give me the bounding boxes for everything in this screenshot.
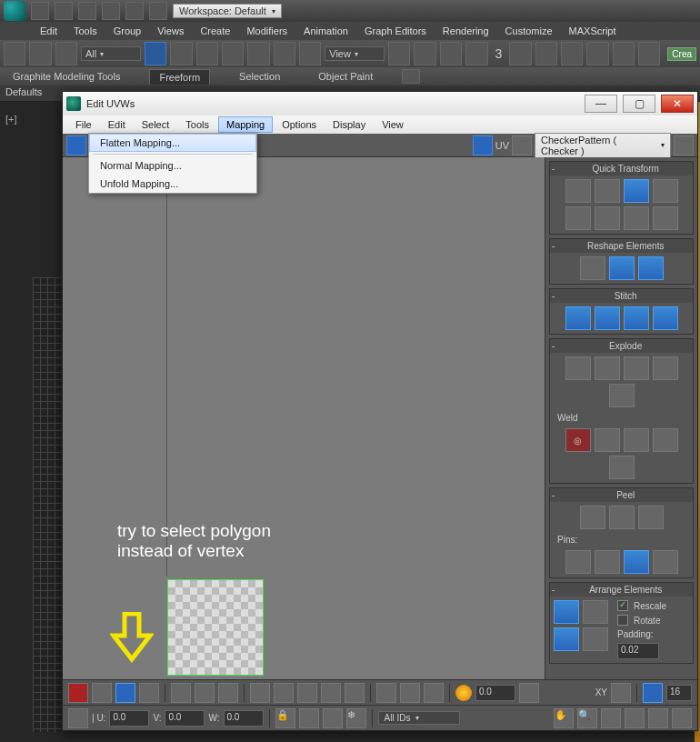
explode-button[interactable] <box>609 384 635 407</box>
filter-dropdown[interactable]: All <box>81 46 141 61</box>
qat-button[interactable] <box>78 2 96 20</box>
u-value[interactable]: 0.0 <box>109 710 149 727</box>
qat-button[interactable] <box>149 2 167 20</box>
pin-button[interactable] <box>653 550 678 574</box>
align-button[interactable] <box>250 683 270 703</box>
qt-button[interactable] <box>595 206 620 230</box>
brush-button[interactable] <box>400 683 420 703</box>
qt-button[interactable] <box>624 206 649 230</box>
qt-button[interactable] <box>653 179 678 203</box>
pin-button[interactable] <box>565 550 591 574</box>
qt-button[interactable] <box>653 206 678 230</box>
ribbon-options-icon[interactable] <box>402 69 420 84</box>
menu-create[interactable]: Create <box>200 25 230 36</box>
tab-objectpaint[interactable]: Object Paint <box>309 69 382 84</box>
snap-button[interactable] <box>586 42 608 65</box>
snap-icon[interactable] <box>625 708 645 728</box>
tool-button[interactable] <box>465 42 487 65</box>
select-tool-button[interactable] <box>145 42 166 65</box>
dmenu-select[interactable]: Select <box>135 117 177 132</box>
dmenu-options[interactable]: Options <box>275 117 324 132</box>
selmod-button[interactable] <box>218 683 238 703</box>
explode-button[interactable] <box>595 356 620 380</box>
weld-button[interactable] <box>595 428 620 452</box>
uv-canvas[interactable]: try to select polygon instead of vertex <box>63 157 545 679</box>
qat-button[interactable] <box>125 2 144 20</box>
grid-button[interactable] <box>643 683 663 703</box>
softsel-value[interactable]: 0.0 <box>475 685 515 701</box>
stitch-button[interactable] <box>595 306 620 330</box>
weld-button[interactable] <box>609 456 635 479</box>
lock-icon[interactable]: 🔒 <box>275 708 295 728</box>
tool-button[interactable] <box>414 42 435 65</box>
snap-icon[interactable] <box>648 708 668 728</box>
tool-button[interactable] <box>170 42 192 65</box>
coords-button[interactable] <box>611 683 631 703</box>
qt-button[interactable] <box>565 179 591 203</box>
refcoord-dropdown[interactable]: View <box>325 46 385 61</box>
w-value[interactable]: 0.0 <box>224 710 264 727</box>
options-button[interactable] <box>512 135 532 155</box>
minimize-button[interactable]: — <box>585 95 617 113</box>
brush-button[interactable] <box>424 683 444 703</box>
tool-button[interactable] <box>274 42 295 65</box>
zoom-region-icon[interactable] <box>601 708 621 728</box>
menu-maxscript[interactable]: MAXScript <box>569 25 616 36</box>
stitch-button[interactable] <box>653 306 678 330</box>
weld-button[interactable] <box>653 428 678 452</box>
falloff-button[interactable] <box>519 683 539 703</box>
workspace-dropdown[interactable]: Workspace: Default <box>173 4 282 18</box>
weld-button[interactable] <box>624 428 649 452</box>
menu-modifiers[interactable]: Modifiers <box>246 25 287 36</box>
menuitem-flatten-mapping[interactable]: Flatten Mapping... <box>89 134 256 152</box>
tool-icon[interactable] <box>299 708 319 728</box>
peel-button[interactable] <box>638 506 664 529</box>
dmenu-mapping[interactable]: Mapping <box>218 116 273 133</box>
tool-button[interactable] <box>388 42 410 65</box>
menu-views[interactable]: Views <box>157 25 184 36</box>
snowflake-icon[interactable]: ❄ <box>346 708 366 728</box>
texture-options-button[interactable] <box>674 135 694 155</box>
dmenu-edit[interactable]: Edit <box>101 117 133 132</box>
qt-button[interactable] <box>624 179 649 203</box>
explode-button[interactable] <box>653 356 678 380</box>
snap-button[interactable] <box>561 42 583 65</box>
toolbar-button[interactable] <box>66 135 86 155</box>
tool-button[interactable] <box>440 42 462 65</box>
menu-tools[interactable]: Tools <box>74 25 97 36</box>
menu-rendering[interactable]: Rendering <box>443 25 489 36</box>
menuitem-unfold-mapping[interactable]: Unfold Mapping... <box>89 175 256 193</box>
tool-button[interactable] <box>299 42 321 65</box>
reshape-button[interactable] <box>580 256 605 280</box>
pan-icon[interactable]: ✋ <box>554 708 574 728</box>
align-button[interactable] <box>297 683 317 703</box>
tool-icon[interactable] <box>323 708 343 728</box>
brush-button[interactable] <box>376 683 396 703</box>
reshape-button[interactable] <box>638 256 664 280</box>
rotate-checkbox[interactable]: Rotate <box>617 615 666 626</box>
pack-button[interactable] <box>583 600 608 624</box>
snap-button[interactable] <box>535 42 557 65</box>
uv-island[interactable] <box>167 579 264 676</box>
qat-button[interactable] <box>102 2 120 20</box>
polygon-mode-button[interactable] <box>115 683 135 703</box>
pack-button[interactable] <box>554 627 579 651</box>
explode-button[interactable] <box>624 356 649 380</box>
snap-button[interactable] <box>509 42 531 65</box>
qat-button[interactable] <box>31 2 49 20</box>
maximize-button[interactable]: ▢ <box>623 95 655 113</box>
dmenu-view[interactable]: View <box>375 117 411 132</box>
snap-button[interactable] <box>638 42 660 65</box>
menu-grapheditors[interactable]: Graph Editors <box>365 25 426 36</box>
selmod-button[interactable] <box>171 683 191 703</box>
qat-button[interactable] <box>55 2 73 20</box>
snap-button[interactable] <box>613 42 635 65</box>
pin-button[interactable] <box>624 550 649 574</box>
menu-customize[interactable]: Customize <box>505 25 553 36</box>
viewport-toggle[interactable]: [+] <box>5 114 17 125</box>
selmod-button[interactable] <box>195 683 215 703</box>
padding-spinner[interactable]: 0.02 <box>617 643 659 659</box>
menuitem-normal-mapping[interactable]: Normal Mapping... <box>89 156 256 175</box>
tool-button[interactable] <box>222 42 244 65</box>
transform-button[interactable] <box>68 708 88 728</box>
